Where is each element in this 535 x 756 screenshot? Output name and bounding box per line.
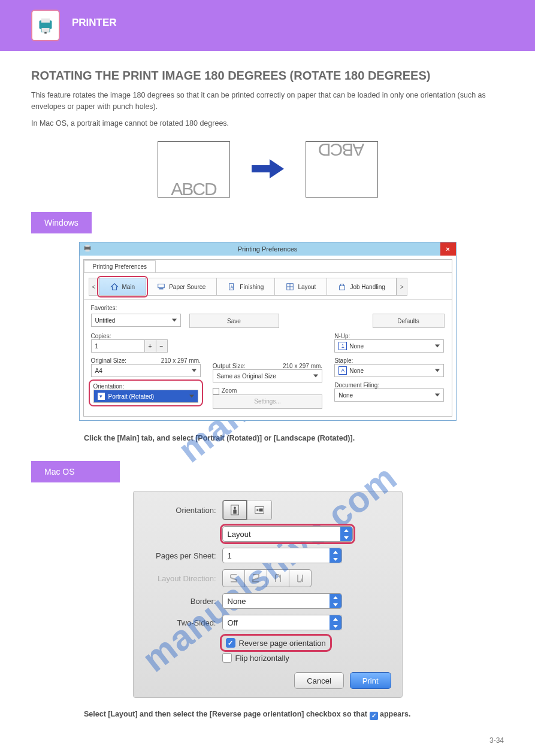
svg-rect-5 — [85, 245, 89, 247]
windows-printing-preferences-dialog: Printing Preferences × Printing Preferen… — [79, 242, 457, 421]
nav-tab-layout[interactable]: Layout — [274, 278, 327, 296]
layout-icon — [286, 283, 294, 291]
layout-direction-4 — [289, 569, 312, 587]
nup-select[interactable]: 1None — [334, 339, 444, 353]
reverse-page-orientation-checkbox[interactable]: ✓ — [226, 638, 235, 648]
section-title: ROTATING THE PRINT IMAGE 180 DEGREES (RO… — [31, 69, 504, 83]
orientation-portrait-button[interactable] — [222, 500, 247, 520]
nav-right-button[interactable]: > — [397, 278, 407, 296]
mac-instruction: Select [Layout] and then select the [Rev… — [84, 709, 467, 720]
nav-left-button[interactable]: < — [89, 278, 99, 296]
original-size-select[interactable]: A4 — [91, 364, 201, 377]
svg-rect-14 — [340, 286, 345, 290]
nav-tab-job-handling[interactable]: Job Handling — [327, 278, 396, 296]
copies-input[interactable]: 1 — [91, 339, 145, 353]
favorites-select[interactable]: Untitled — [91, 314, 181, 327]
svg-rect-7 — [158, 284, 165, 288]
home-icon — [110, 283, 119, 291]
windows-title-text: Printing Preferences — [238, 245, 298, 253]
defaults-button[interactable]: Defaults — [373, 314, 445, 328]
staple-icon: A — [338, 366, 347, 375]
stepper-icon — [330, 594, 341, 608]
mac-print-dialog: Orientation: Layout Pages per S — [133, 491, 403, 698]
windows-titlebar: Printing Preferences × — [80, 242, 456, 256]
reverse-page-orientation-row: ✓ Reverse page orientation — [222, 636, 330, 649]
orientation-select[interactable]: ▾ Portrait (Rotated) — [93, 390, 198, 403]
nup-label: N-Up: — [334, 333, 444, 339]
reverse-page-orientation-label: Reverse page orientation — [239, 639, 326, 648]
favorites-label: Favorites: — [91, 305, 445, 311]
job-handling-icon — [338, 283, 346, 291]
finishing-icon: A — [228, 283, 236, 291]
border-label: Border: — [144, 597, 222, 606]
original-size-dim: 210 x 297 mm. — [161, 357, 201, 364]
intro-paragraph-2: In Mac OS, a portrait image cannot be ro… — [31, 118, 504, 129]
svg-rect-3 — [44, 32, 47, 34]
rotation-diagram: ABCD ABCD — [31, 141, 504, 198]
original-size-label: Original Size: — [91, 357, 126, 364]
landscape-icon — [255, 505, 264, 515]
document-filing-label: Document Filing: — [334, 382, 444, 388]
mac-orientation-label: Orientation: — [144, 506, 222, 515]
pages-per-sheet-select[interactable]: 1 — [222, 548, 342, 563]
svg-text:A: A — [231, 285, 234, 289]
svg-rect-1 — [41, 18, 50, 22]
layout-direction-label: Layout Direction: — [144, 574, 222, 583]
two-sided-select[interactable]: Off — [222, 615, 342, 630]
two-sided-label: Two-Sided: — [144, 618, 222, 627]
flip-horizontally-checkbox[interactable] — [222, 653, 232, 663]
staple-select[interactable]: ANone — [334, 364, 444, 377]
staple-label: Staple: — [334, 357, 444, 364]
document-filing-select[interactable]: None — [334, 388, 444, 402]
orientation-landscape-button[interactable] — [247, 500, 272, 520]
printer-small-icon — [83, 244, 92, 253]
intro-paragraph-1: This feature rotates the image 180 degre… — [31, 90, 504, 113]
mac-section-select[interactable]: Layout — [222, 526, 353, 542]
nav-tab-paper-source[interactable]: Paper Source — [146, 278, 217, 296]
border-select[interactable]: None — [222, 593, 342, 609]
banner-header: PRINTER — [0, 0, 535, 51]
zoom-checkbox[interactable] — [213, 388, 219, 394]
print-button[interactable]: Print — [350, 672, 391, 689]
layout-direction-2 — [244, 569, 267, 587]
output-size-label: Output Size: — [213, 363, 246, 369]
tab-printing-preferences[interactable]: Printing Preferences — [84, 260, 156, 272]
settings-button-disabled: Settings... — [213, 394, 322, 409]
output-size-dim: 210 x 297 mm. — [283, 363, 322, 369]
orientation-portrait-icon: ▾ — [98, 393, 105, 400]
svg-rect-2 — [41, 28, 50, 32]
svg-point-18 — [256, 509, 258, 511]
portrait-icon — [230, 505, 240, 515]
copies-decrease-button[interactable]: − — [156, 339, 168, 353]
paper-source-icon — [157, 283, 165, 291]
save-button[interactable]: Save — [189, 314, 279, 328]
macos-badge: Mac OS — [31, 461, 120, 482]
checkmark-icon: ✓ — [370, 712, 378, 720]
flip-horizontally-label: Flip horizontally — [235, 654, 289, 663]
svg-rect-4 — [84, 247, 90, 250]
stepper-icon — [330, 615, 341, 630]
copies-increase-button[interactable]: + — [144, 339, 156, 353]
nup-icon: 1 — [338, 342, 347, 350]
orientation-label: Orientation: — [93, 383, 198, 390]
zoom-label: Zoom — [213, 387, 322, 394]
stepper-icon — [330, 548, 341, 563]
close-button[interactable]: × — [440, 242, 456, 256]
output-size-select[interactable]: Same as Original Size — [213, 369, 322, 382]
layout-direction-1 — [222, 569, 245, 587]
page-number: 3-34 — [31, 736, 504, 745]
svg-point-16 — [234, 507, 236, 509]
cancel-button[interactable]: Cancel — [294, 672, 343, 689]
nav-tab-finishing[interactable]: A Finishing — [216, 278, 275, 296]
diagram-page-after: ABCD — [306, 141, 378, 198]
pages-per-sheet-label: Pages per Sheet: — [144, 551, 222, 560]
stepper-icon — [340, 527, 352, 541]
svg-rect-8 — [159, 289, 164, 290]
copies-label: Copies: — [91, 333, 201, 339]
layout-direction-3 — [267, 569, 289, 587]
nav-tab-main[interactable]: Main — [99, 278, 147, 296]
banner-title: PRINTER — [72, 17, 117, 29]
windows-instruction: Click the [Main] tab, and select [Portra… — [84, 433, 455, 444]
arrow-right-icon — [252, 158, 284, 181]
windows-badge: Windows — [31, 212, 92, 233]
